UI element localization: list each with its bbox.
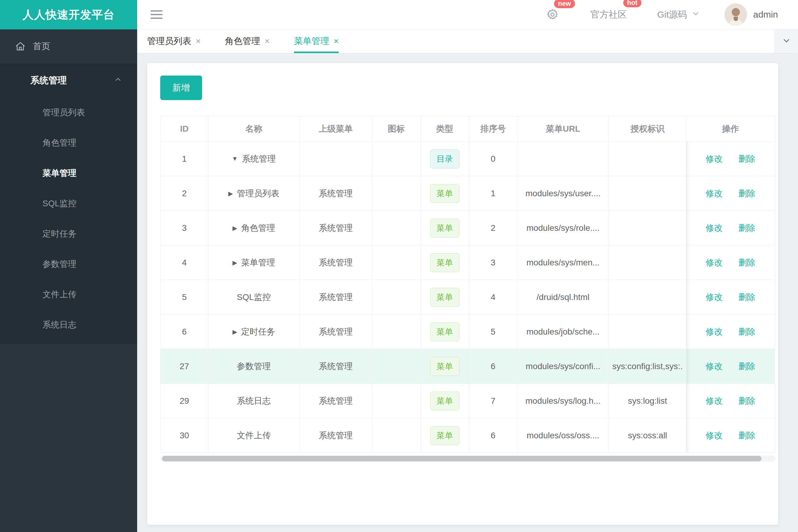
perm-tag: sys:log:list	[628, 396, 667, 406]
table-row[interactable]: 3 ▶ 角色管理 系统管理 菜单 2 modules/sys/role.... …	[161, 211, 776, 245]
table-row[interactable]: 6 ▶ 定时任务 系统管理 菜单 5 modules/job/sche... 修…	[161, 315, 776, 349]
parent-menu: 系统管理	[319, 361, 353, 372]
tab-管理员列表[interactable]: 管理员列表×	[147, 30, 201, 53]
delete-link[interactable]: 删除	[739, 430, 756, 441]
perm-tag: sys:oss:all	[628, 431, 667, 440]
tab-close-icon[interactable]: ×	[196, 37, 201, 45]
gear-icon	[546, 8, 559, 21]
tabs-dropdown-button[interactable]	[774, 30, 798, 53]
expand-arrow-icon[interactable]: ▶	[233, 259, 237, 266]
column-header: 操作	[686, 116, 775, 141]
row-id: 30	[180, 431, 189, 440]
content-area: 新增 ID名称上级菜单图标类型排序号菜单URL授权标识操作 1 ▼ 系统管理 目…	[137, 54, 798, 532]
sidebar-item-home[interactable]: 首页	[0, 30, 137, 63]
menu-url: modules/sys/men...	[526, 258, 599, 267]
edit-link[interactable]: 修改	[706, 257, 723, 268]
icon-cell	[372, 245, 421, 280]
edit-link[interactable]: 修改	[706, 291, 723, 303]
edit-link[interactable]: 修改	[706, 361, 723, 372]
git-source-dropdown[interactable]: Git源码	[657, 8, 700, 21]
sidebar-item-菜单管理[interactable]: 菜单管理	[0, 158, 137, 188]
sidebar-item-管理员列表[interactable]: 管理员列表	[0, 97, 137, 128]
edit-link[interactable]: 修改	[706, 153, 723, 165]
delete-link[interactable]: 删除	[739, 291, 756, 303]
menu-url: modules/oss/oss....	[527, 431, 599, 440]
row-id: 5	[182, 292, 187, 302]
delete-link[interactable]: 删除	[739, 222, 756, 234]
table-row[interactable]: 2 ▶ 管理员列表 系统管理 菜单 1 modules/sys/user....…	[161, 176, 776, 211]
type-badge: 目录	[430, 150, 459, 168]
menu-name: 系统日志	[237, 395, 271, 407]
sidebar-item-角色管理[interactable]: 角色管理	[0, 128, 137, 158]
row-id: 27	[180, 362, 189, 371]
expand-arrow-icon[interactable]: ▼	[232, 155, 238, 162]
delete-link[interactable]: 删除	[739, 188, 756, 199]
edit-link[interactable]: 修改	[706, 430, 723, 441]
tab-close-icon[interactable]: ×	[264, 37, 270, 45]
order-number: 5	[490, 327, 496, 337]
table-row[interactable]: 29 系统日志 系统管理 菜单 7 modules/sys/log.h... s…	[161, 384, 776, 418]
menu-management-panel: 新增 ID名称上级菜单图标类型排序号菜单URL授权标识操作 1 ▼ 系统管理 目…	[147, 63, 778, 525]
column-header: ID	[161, 116, 208, 141]
column-header: 类型	[421, 116, 469, 141]
delete-link[interactable]: 删除	[739, 326, 756, 338]
add-button[interactable]: 新增	[160, 76, 202, 100]
sidebar-item-SQL监控[interactable]: SQL监控	[0, 188, 137, 219]
expand-arrow-icon[interactable]: ▶	[233, 328, 237, 336]
parent-menu: 系统管理	[319, 188, 353, 199]
sidebar-item-参数管理[interactable]: 参数管理	[0, 249, 137, 279]
menu-name: 系统管理	[242, 153, 276, 165]
tab-close-icon[interactable]: ×	[334, 37, 339, 45]
tab-label: 角色管理	[225, 35, 260, 47]
table-row[interactable]: 4 ▶ 菜单管理 系统管理 菜单 3 modules/sys/men... 修改…	[161, 245, 776, 280]
sidebar-item-文件上传[interactable]: 文件上传	[0, 279, 137, 310]
icon-cell	[372, 211, 421, 245]
table-row[interactable]: 30 文件上传 系统管理 菜单 6 modules/oss/oss.... sy…	[161, 418, 776, 453]
menu-url: modules/sys/confi...	[526, 362, 600, 371]
expand-arrow-icon[interactable]: ▶	[228, 190, 233, 197]
user-menu[interactable]: admin	[725, 3, 778, 26]
community-hot-badge: hot	[623, 0, 642, 7]
edit-link[interactable]: 修改	[706, 222, 723, 234]
row-id: 3	[182, 223, 187, 233]
icon-cell	[372, 315, 421, 349]
home-icon	[15, 41, 26, 52]
type-badge: 菜单	[430, 426, 459, 445]
icon-cell	[372, 384, 421, 418]
row-id: 4	[182, 258, 187, 267]
settings-button[interactable]: new	[546, 8, 559, 21]
settings-new-badge: new	[554, 0, 575, 8]
type-badge: 菜单	[430, 288, 459, 307]
menu-url: /druid/sql.html	[536, 292, 589, 302]
edit-link[interactable]: 修改	[706, 326, 723, 338]
parent-menu: 系统管理	[319, 257, 353, 268]
column-header: 上级菜单	[299, 116, 372, 141]
tab-角色管理[interactable]: 角色管理×	[225, 30, 270, 53]
sidebar-item-系统日志[interactable]: 系统日志	[0, 310, 137, 340]
menu-url: modules/sys/role....	[526, 223, 599, 233]
expand-arrow-icon[interactable]: ▶	[233, 225, 237, 232]
horizontal-scrollbar-thumb[interactable]	[162, 456, 762, 461]
parent-menu: 系统管理	[319, 291, 353, 303]
edit-link[interactable]: 修改	[706, 395, 723, 407]
table-row[interactable]: 1 ▼ 系统管理 目录 0 修改 删除	[161, 141, 776, 176]
tab-菜单管理[interactable]: 菜单管理×	[294, 30, 339, 53]
delete-link[interactable]: 删除	[739, 257, 756, 268]
community-link[interactable]: hot 官方社区	[591, 8, 627, 21]
table-row[interactable]: 5 SQL监控 系统管理 菜单 4 /druid/sql.html 修改 删除	[161, 280, 776, 315]
type-badge: 菜单	[430, 184, 459, 203]
menu-name: SQL监控	[237, 291, 271, 303]
username: admin	[753, 10, 778, 20]
edit-link[interactable]: 修改	[706, 188, 723, 199]
sidebar-item-定时任务[interactable]: 定时任务	[0, 219, 137, 249]
delete-link[interactable]: 删除	[739, 153, 756, 165]
sidebar-submenu-system: 系统管理 管理员列表角色管理菜单管理SQL监控定时任务参数管理文件上传系统日志	[0, 63, 137, 344]
menu-url: modules/sys/log.h...	[525, 396, 600, 406]
order-number: 0	[490, 154, 496, 164]
sidebar-submenu-title[interactable]: 系统管理	[0, 63, 137, 97]
delete-link[interactable]: 删除	[739, 395, 756, 407]
table-row[interactable]: 27 参数管理 系统管理 菜单 6 modules/sys/confi... s…	[161, 349, 776, 384]
order-number: 2	[490, 223, 496, 233]
delete-link[interactable]: 删除	[739, 361, 756, 372]
sidebar-toggle-icon[interactable]	[150, 8, 163, 21]
